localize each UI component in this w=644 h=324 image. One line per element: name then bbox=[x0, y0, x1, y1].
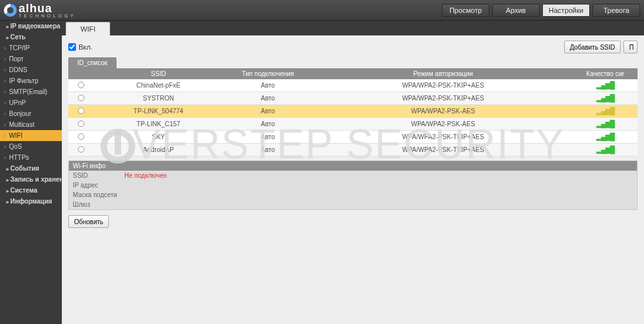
row-conn: Авто bbox=[223, 79, 313, 92]
info-ip-key: IP адрес bbox=[73, 182, 124, 189]
sidebar-group[interactable]: Сеть bbox=[0, 32, 62, 43]
signal-icon: ▂▄▆█ bbox=[596, 133, 614, 141]
sidebar-group[interactable]: Запись и хранение bbox=[0, 174, 62, 185]
row-radio[interactable] bbox=[78, 108, 84, 114]
sidebar: IP видеокамераСетьTCP/IPПортDDNSIP Фильт… bbox=[0, 21, 62, 324]
row-radio[interactable] bbox=[78, 82, 84, 88]
table-row[interactable]: SKYАвтоWPA/WPA2-PSK-TKIP+AES▂▄▆█ bbox=[68, 131, 638, 144]
sidebar-item[interactable]: WIFI bbox=[0, 130, 62, 141]
sidebar-item[interactable]: SMTP(Email) bbox=[0, 86, 62, 97]
sidebar-item[interactable]: Multicast bbox=[0, 119, 62, 130]
row-auth: WPA/WPA2-PSK-TKIP+AES bbox=[313, 144, 573, 157]
enable-checkbox[interactable]: Вкл. bbox=[68, 43, 93, 51]
row-ssid: TP-LINK_C157 bbox=[94, 118, 223, 131]
row-auth: WPA/WPA2-PSK-AES bbox=[313, 118, 573, 131]
brand-sub: TECHNOLOGY bbox=[19, 14, 76, 18]
row-ssid: SYSTRON bbox=[94, 92, 223, 105]
row-radio[interactable] bbox=[78, 120, 84, 127]
info-status-key: SSID bbox=[73, 172, 124, 179]
nav-alarm[interactable]: Тревога bbox=[592, 4, 640, 17]
enable-checkbox-input[interactable] bbox=[68, 43, 76, 51]
sidebar-item[interactable]: DDNS bbox=[0, 64, 62, 75]
tab-strip: WIFI bbox=[62, 21, 644, 35]
row-conn: Авто bbox=[223, 144, 313, 157]
sidebar-item[interactable]: UPnP bbox=[0, 97, 62, 108]
row-auth: WPA/WPA2-PSK-TKIP+AES bbox=[313, 131, 573, 144]
row-auth: WPA/WPA2-PSK-AES bbox=[313, 105, 573, 118]
row-conn: Авто bbox=[223, 131, 313, 144]
row-conn: Авто bbox=[223, 92, 313, 105]
sidebar-item[interactable]: QoS bbox=[0, 141, 62, 152]
row-ssid: ChinaNet-pFxE bbox=[94, 79, 223, 92]
nav-settings[interactable]: Настройки bbox=[542, 4, 590, 17]
row-auth: WPA/WPA2-PSK-TKIP+AES bbox=[313, 79, 573, 92]
sidebar-group[interactable]: События bbox=[0, 163, 62, 174]
table-row[interactable]: TP-LINK_C157АвтоWPA/WPA2-PSK-AES▂▄▆█ bbox=[68, 118, 638, 131]
table-row[interactable]: ChinaNet-pFxEАвтоWPA/WPA2-PSK-TKIP+AES▂▄… bbox=[68, 79, 638, 92]
add-ssid-button[interactable]: Добавить SSID bbox=[564, 41, 621, 53]
sidebar-item[interactable]: HTTPs bbox=[0, 152, 62, 163]
info-gw-key: Шлюз bbox=[73, 201, 124, 208]
id-list-tab[interactable]: ID_список bbox=[68, 57, 117, 68]
logo-icon bbox=[4, 4, 17, 17]
sidebar-group[interactable]: IP видеокамера bbox=[0, 21, 62, 32]
row-ssid: TP-LINK_504774 bbox=[94, 105, 223, 118]
signal-icon: ▂▄▆█ bbox=[596, 120, 614, 128]
table-row[interactable]: SYSTRONАвтоWPA/WPA2-PSK-TKIP+AES▂▄▆█ bbox=[68, 92, 638, 105]
signal-icon: ▂▄▆█ bbox=[596, 94, 614, 102]
sidebar-item[interactable]: Порт bbox=[0, 53, 62, 64]
sidebar-item[interactable]: Bonjour bbox=[0, 108, 62, 119]
refresh-button[interactable]: Обновить bbox=[68, 215, 109, 228]
col-auth: Режим авторизации bbox=[313, 68, 573, 79]
col-conn: Тип подключения bbox=[223, 68, 313, 79]
row-conn: Авто bbox=[223, 105, 313, 118]
row-auth: WPA/WPA2-PSK-TKIP+AES bbox=[313, 92, 573, 105]
table-row[interactable]: AndroidAPАвтоWPA/WPA2-PSK-TKIP+AES▂▄▆█ bbox=[68, 144, 638, 157]
signal-icon: ▂▄▆█ bbox=[596, 81, 614, 90]
nav-view[interactable]: Просмотр bbox=[442, 4, 489, 17]
top-nav: Просмотр Архив Настройки Тревога bbox=[442, 4, 640, 17]
sidebar-group[interactable]: Информация bbox=[0, 196, 62, 207]
sidebar-group[interactable]: Система bbox=[0, 185, 62, 196]
wifi-table: SSID Тип подключения Режим авторизации К… bbox=[68, 68, 638, 157]
info-status-val: Не подключен bbox=[124, 172, 167, 179]
info-mask-key: Маска подсети bbox=[73, 191, 124, 198]
col-signal: Качество сиг bbox=[573, 68, 638, 79]
sidebar-item[interactable]: IP Фильтр bbox=[0, 75, 62, 86]
row-radio[interactable] bbox=[78, 146, 84, 153]
col-radio bbox=[68, 68, 94, 79]
enable-label: Вкл. bbox=[79, 43, 93, 51]
table-row[interactable]: TP-LINK_504774АвтоWPA/WPA2-PSK-AES▂▄▆█ bbox=[68, 105, 638, 118]
wifi-info-panel: Wi-Fi инфо SSIDНе подключен IP адрес Мас… bbox=[68, 160, 638, 210]
brand-logo: alhua TECHNOLOGY bbox=[4, 2, 76, 18]
content-area: WIFI Вкл. Добавить SSID П ID_список SSID bbox=[62, 21, 644, 324]
row-conn: Авто bbox=[223, 118, 313, 131]
row-radio[interactable] bbox=[78, 133, 84, 140]
tab-wifi[interactable]: WIFI bbox=[66, 22, 110, 35]
row-radio[interactable] bbox=[78, 95, 84, 101]
wifi-info-title: Wi-Fi инфо bbox=[69, 161, 637, 171]
row-ssid: AndroidAP bbox=[94, 144, 223, 157]
signal-icon: ▂▄▆█ bbox=[596, 146, 614, 154]
brand-name: alhua bbox=[19, 2, 52, 15]
sidebar-item[interactable]: TCP/IP bbox=[0, 43, 62, 53]
nav-archive[interactable]: Архив bbox=[492, 4, 540, 17]
search-button[interactable]: П bbox=[623, 41, 638, 53]
row-ssid: SKY bbox=[94, 131, 223, 144]
col-ssid: SSID bbox=[94, 68, 223, 79]
signal-icon: ▂▄▆█ bbox=[596, 107, 614, 115]
